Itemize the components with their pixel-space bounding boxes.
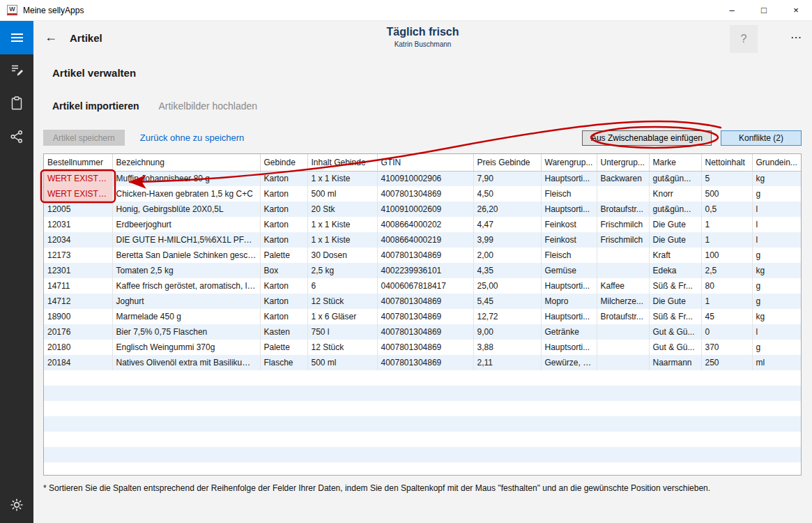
table-cell[interactable]: 4002239936101 xyxy=(377,263,473,278)
table-cell[interactable]: 12173 xyxy=(44,248,112,263)
table-cell[interactable]: Feinkost xyxy=(541,232,597,248)
table-cell[interactable]: g xyxy=(752,186,801,202)
table-cell[interactable]: 4007801304869 xyxy=(377,309,473,324)
table-cell[interactable]: Natives Olivenöl extra mit Basilikum ... xyxy=(112,355,260,370)
table-cell[interactable]: Fleisch xyxy=(541,186,597,202)
table-cell[interactable]: l xyxy=(752,202,801,217)
table-cell[interactable]: 12301 xyxy=(44,263,112,278)
table-cell[interactable]: Beretta San Daniele Schinken geschni... xyxy=(112,248,260,263)
table-cell[interactable]: Feinkost xyxy=(541,217,597,232)
column-header-inhalt-gebinde[interactable]: Inhalt Gebinde xyxy=(307,154,377,171)
table-row[interactable]: 20176Bier 7,5% 0,75 FlaschenKasten750 l4… xyxy=(44,324,801,340)
table-cell[interactable]: Karton xyxy=(260,186,307,202)
table-cell[interactable]: 4,47 xyxy=(473,217,541,232)
table-cell[interactable]: Kaffee frisch geröstet, aromatisch, la..… xyxy=(112,278,260,294)
table-cell[interactable]: 14711 xyxy=(44,278,112,294)
table-cell[interactable]: 4007801304869 xyxy=(377,186,473,202)
table-cell[interactable]: Die Gute xyxy=(649,294,701,309)
table-cell[interactable]: Gut & Gü... xyxy=(649,324,701,340)
table-cell[interactable]: Getränke xyxy=(541,324,597,340)
table-cell[interactable]: Hauptsorti... xyxy=(541,202,597,217)
table-row[interactable]: 12034DIE GUTE H-MILCH1,5%6X1L PFANDKarto… xyxy=(44,232,801,248)
table-row[interactable]: WERT EXISTIE...Chicken-Haxen gebraten 1,… xyxy=(44,186,801,202)
table-cell[interactable]: 20184 xyxy=(44,355,112,370)
table-cell[interactable]: 30 Dosen xyxy=(307,248,377,263)
table-cell[interactable]: Gut & Gü... xyxy=(649,340,701,355)
table-cell[interactable]: Naarmann xyxy=(649,355,701,370)
table-cell[interactable]: 100 xyxy=(701,248,752,263)
table-cell[interactable]: 6 xyxy=(307,278,377,294)
table-cell[interactable]: 4,50 xyxy=(473,186,541,202)
table-cell[interactable]: 45 xyxy=(701,309,752,324)
column-header-marke[interactable]: Marke xyxy=(649,154,701,171)
table-cell[interactable]: WERT EXISTIE... xyxy=(44,186,112,202)
table-cell[interactable]: 2,5 xyxy=(701,263,752,278)
table-cell[interactable]: ml xyxy=(752,355,801,370)
column-header-warengruppe[interactable]: Warengrup... xyxy=(541,154,597,171)
table-cell[interactable]: Joghurt xyxy=(112,294,260,309)
table-cell[interactable]: 80 xyxy=(701,278,752,294)
table-cell[interactable]: 5,45 xyxy=(473,294,541,309)
table-cell[interactable]: 4008664000202 xyxy=(377,217,473,232)
table-cell[interactable]: Hauptsorti... xyxy=(541,171,597,186)
table-cell[interactable]: 2,00 xyxy=(473,248,541,263)
table-row[interactable]: 18900Marmelade 450 gKarton1 x 6 Gläser40… xyxy=(44,309,801,324)
table-cell[interactable]: 250 xyxy=(701,355,752,370)
table-cell[interactable]: Brotaufstr... xyxy=(597,202,649,217)
table-cell[interactable]: 3,99 xyxy=(473,232,541,248)
back-button[interactable]: ← xyxy=(45,30,57,45)
table-cell[interactable]: Englisch Weingummi 370g xyxy=(112,340,260,355)
table-cell[interactable]: 12 Stück xyxy=(307,294,377,309)
table-cell[interactable]: 1 x 6 Gläser xyxy=(307,309,377,324)
table-cell[interactable]: Honig, Gebirgsblüte 20X0,5L xyxy=(112,202,260,217)
table-cell[interactable]: 4007801304869 xyxy=(377,355,473,370)
table-cell[interactable]: gut&gün... xyxy=(649,202,701,217)
sidebar-item-share[interactable] xyxy=(0,121,33,155)
table-cell[interactable]: 4008664000219 xyxy=(377,232,473,248)
table-cell[interactable]: kg xyxy=(752,309,801,324)
table-cell[interactable]: 20176 xyxy=(44,324,112,340)
table-cell[interactable]: 1 xyxy=(701,232,752,248)
more-button[interactable]: ⋯ xyxy=(790,31,802,44)
table-cell[interactable]: Brotaufstr... xyxy=(597,309,649,324)
column-header-untergruppe[interactable]: Untergrup... xyxy=(597,154,649,171)
table-cell[interactable]: 04006067818417 xyxy=(377,278,473,294)
table-cell[interactable]: Kaffee xyxy=(597,278,649,294)
table-cell[interactable]: Kraft xyxy=(649,248,701,263)
table-cell[interactable]: 1 x 1 Kiste xyxy=(307,217,377,232)
table-row[interactable]: WERT EXISTIE...Muffin Johannisbeer 80 gK… xyxy=(44,171,801,186)
table-row[interactable]: 20184Natives Olivenöl extra mit Basiliku… xyxy=(44,355,801,370)
table-cell[interactable]: Palette xyxy=(260,340,307,355)
table-cell[interactable] xyxy=(597,324,649,340)
table-cell[interactable]: Süß & Fr... xyxy=(649,278,701,294)
table-cell[interactable]: 4,35 xyxy=(473,263,541,278)
table-row[interactable]: 14711Kaffee frisch geröstet, aromatisch,… xyxy=(44,278,801,294)
table-cell[interactable]: Süß & Fr... xyxy=(649,309,701,324)
table-cell[interactable]: 12034 xyxy=(44,232,112,248)
table-cell[interactable]: Palette xyxy=(260,248,307,263)
table-cell[interactable]: Flasche xyxy=(260,355,307,370)
table-cell[interactable]: 9,00 xyxy=(473,324,541,340)
table-cell[interactable]: 12031 xyxy=(44,217,112,232)
table-row[interactable]: 12005Honig, Gebirgsblüte 20X0,5LKarton20… xyxy=(44,202,801,217)
table-cell[interactable]: Hauptsorti... xyxy=(541,309,597,324)
table-cell[interactable]: Kasten xyxy=(260,324,307,340)
table-row[interactable]: 12173Beretta San Daniele Schinken geschn… xyxy=(44,248,801,263)
table-cell[interactable]: 4007801304869 xyxy=(377,340,473,355)
help-button[interactable]: ? xyxy=(730,25,758,53)
tab-artikelbilder-hochladen[interactable]: Artikelbilder hochladen xyxy=(158,100,257,112)
table-cell[interactable]: WERT EXISTIE... xyxy=(44,171,112,186)
table-cell[interactable]: 18900 xyxy=(44,309,112,324)
table-cell[interactable]: g xyxy=(752,278,801,294)
table-cell[interactable]: gut&gün... xyxy=(649,171,701,186)
table-cell[interactable] xyxy=(597,355,649,370)
table-cell[interactable]: 12,72 xyxy=(473,309,541,324)
table-cell[interactable]: Fleisch xyxy=(541,248,597,263)
table-cell[interactable]: 4100910002906 xyxy=(377,171,473,186)
table-cell[interactable]: 2,11 xyxy=(473,355,541,370)
settings-button[interactable] xyxy=(0,490,33,523)
table-cell[interactable]: Hauptsorti... xyxy=(541,340,597,355)
close-button[interactable]: × xyxy=(780,0,812,21)
table-cell[interactable]: Karton xyxy=(260,232,307,248)
column-header-gebinde[interactable]: Gebinde xyxy=(260,154,307,171)
